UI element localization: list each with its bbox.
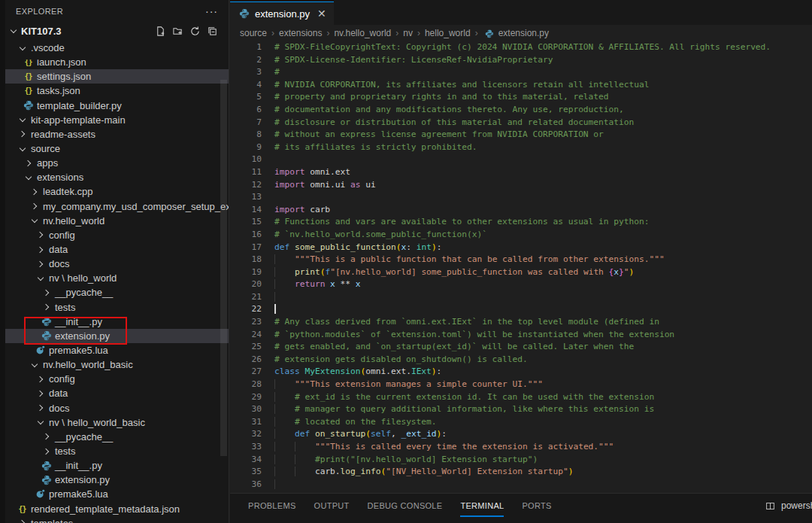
breadcrumb-item-source[interactable]: source [240, 28, 267, 38]
panel-tab-terminal[interactable]: TERMINAL [460, 494, 504, 518]
code-line-34[interactable]: 34 #print("[nv.hello_world] Extension st… [230, 454, 812, 467]
code-line-5[interactable]: 5# property and proprietary rights in an… [230, 91, 812, 104]
tree-item-readme-assets[interactable]: readme-assets [5, 127, 229, 141]
tree-item-tests[interactable]: tests [5, 300, 229, 315]
tree-item-data[interactable]: data [5, 386, 229, 400]
tree-item-apps[interactable]: apps [5, 156, 229, 170]
code-line-29[interactable]: 29 # ext_id is the current extension id.… [230, 391, 812, 404]
tree-item-templates[interactable]: templates [5, 516, 229, 523]
tree-item-nv-hello-world[interactable]: nv.hello_world [5, 214, 229, 228]
more-actions-icon[interactable]: ··· [205, 5, 218, 17]
code-line-17[interactable]: 17def some_public_function(x: int): [230, 242, 812, 254]
code-line-18[interactable]: 18 """This is a public function that can… [230, 254, 812, 266]
tree-item-config[interactable]: config [5, 228, 229, 242]
code-line-9[interactable]: 9# its affiliates is strictly prohibited… [230, 141, 812, 154]
code-line-28[interactable]: 28 """This extension manages a simple co… [230, 379, 812, 391]
python-file-icon [40, 330, 53, 342]
breadcrumb-separator: › [475, 28, 478, 38]
code-line-20[interactable]: 20 return x ** x [230, 278, 812, 291]
panel-tab-problems[interactable]: PROBLEMS [248, 494, 296, 518]
sidebar-scrollbar[interactable] [220, 80, 227, 456]
tree-item-pycache[interactable]: __pycache__ [5, 430, 229, 444]
code-line-3[interactable]: 3# [230, 66, 812, 79]
code-line-7[interactable]: 7# disclosure or distribution of this ma… [230, 117, 812, 129]
panel-tab-ports[interactable]: PORTS [522, 494, 551, 518]
code-line-content: carb.log_info("[NV_Hello_World] Extensio… [274, 466, 573, 479]
code-line-32[interactable]: 32 def on_startup(self, _ext_id): [230, 428, 812, 441]
code-line-30[interactable]: 30 # manager to query additional informa… [230, 403, 812, 416]
new-folder-icon[interactable] [171, 25, 183, 37]
tree-item-extension-py[interactable]: extension.py [5, 473, 229, 487]
tree-item-docs[interactable]: docs [5, 401, 229, 415]
tree-item-leadtek-cpp[interactable]: leadtek.cpp [5, 184, 229, 199]
tab-extension-py[interactable]: extension.py ✕ [230, 2, 334, 25]
code-line-19[interactable]: 19 print(f"[nv.hello_world] some_public_… [230, 266, 812, 279]
new-file-icon[interactable] [154, 25, 166, 37]
breadcrumb-item-extensions[interactable]: extensions [279, 28, 322, 38]
code-line-8[interactable]: 8# without an express license agreement … [230, 129, 812, 141]
close-icon[interactable]: ✕ [317, 8, 326, 19]
code-line-14[interactable]: 14import carb [230, 204, 812, 217]
tree-item-extension-py[interactable]: extension.py [5, 329, 229, 343]
tree-item-init-py[interactable]: __init__.py [5, 458, 229, 473]
tree-item-data[interactable]: data [5, 242, 229, 257]
breadcrumb-item-nv-hello-world[interactable]: nv.hello_world [334, 28, 391, 38]
code-line-1[interactable]: 1# SPDX-FileCopyrightText: Copyright (c)… [230, 41, 812, 54]
tree-item-kit-app-template-main[interactable]: kit-app-template-main [5, 113, 229, 127]
tree-item-premake5-lua[interactable]: premake5.lua [5, 343, 229, 357]
breadcrumb-item-hello-world[interactable]: hello_world [425, 28, 471, 38]
code-line-15[interactable]: 15# Functions and vars are available to … [230, 216, 812, 229]
panel-tab-debug-console[interactable]: DEBUG CONSOLE [368, 494, 443, 518]
breadcrumb-item-nv[interactable]: nv [403, 28, 413, 38]
tree-item-pycache[interactable]: __pycache__ [5, 285, 229, 300]
tree-item-my-company-my-usd-composer-setup-extension[interactable]: my_company.my_usd_composer_setup_extensi… [5, 199, 229, 214]
refresh-icon[interactable] [189, 25, 201, 37]
code-line-content: # gets enabled, and `on_startup(ext_id)`… [274, 341, 634, 354]
code-line-27[interactable]: 27class MyExtension(omni.ext.IExt): [230, 366, 812, 379]
code-line-26[interactable]: 26# extension gets disabled on_shutdown(… [230, 354, 812, 366]
code-line-11[interactable]: 11import omni.ext [230, 166, 812, 179]
tree-item-nv-hello-world[interactable]: nv \ hello_world [5, 271, 229, 285]
tree-item-tests[interactable]: tests [5, 444, 229, 458]
panel-right[interactable]: powershell [764, 494, 812, 518]
code-line-13[interactable]: 13 [230, 191, 812, 204]
code-line-10[interactable]: 10 [230, 154, 812, 166]
code-line-24[interactable]: 24# `python.modules` of `extension.toml`… [230, 329, 812, 342]
tree-item-tasks-json[interactable]: {}tasks.json [5, 84, 229, 98]
tree-item-init-py[interactable]: __init__.py [5, 315, 229, 329]
code-line-4[interactable]: 4# NVIDIA CORPORATION, its affiliates an… [230, 79, 812, 92]
code-line-35[interactable]: 35 carb.log_info("[NV_Hello_World] Exten… [230, 466, 812, 479]
line-number: 26 [230, 354, 265, 366]
panel-tab-output[interactable]: OUTPUT [314, 494, 350, 518]
tree-item-template-builder-py[interactable]: template_builder.py [5, 99, 229, 113]
tree-item-settings-json[interactable]: {}settings.json [5, 69, 229, 84]
tree-item-extensions[interactable]: extensions [5, 170, 229, 184]
code-line-25[interactable]: 25# gets enabled, and `on_startup(ext_id… [230, 341, 812, 354]
code-line-16[interactable]: 16# `nv.hello_world.some_public_function… [230, 229, 812, 242]
code-line-23[interactable]: 23# Any class derived from `omni.ext.IEx… [230, 316, 812, 329]
tree-item-docs[interactable]: docs [5, 257, 229, 271]
breadcrumb-item-extension-py[interactable]: extension.py [483, 27, 549, 40]
code-line-33[interactable]: 33 """This is called every time the exte… [230, 441, 812, 454]
tree-item-premake5-lua[interactable]: premake5.lua [5, 487, 229, 501]
tree-item-nv-hello-world-basic[interactable]: nv.hello_world_basic [5, 357, 229, 372]
code-line-2[interactable]: 2# SPDX-License-Identifier: LicenseRef-N… [230, 54, 812, 67]
code-area[interactable]: 1# SPDX-FileCopyrightText: Copyright (c)… [230, 41, 812, 493]
tree-item-vscode[interactable]: .vscode [5, 41, 229, 55]
tree-item-label: __init__.py [55, 316, 102, 327]
tree-item-config[interactable]: config [5, 372, 229, 386]
chevron-right-icon [28, 185, 41, 198]
workspace-root-row[interactable]: KIT107.3 [5, 23, 229, 39]
code-line-31[interactable]: 31 # located on the filesystem. [230, 416, 812, 429]
code-line-content: # `nv.hello_world.some_public_function(x… [274, 229, 487, 242]
code-line-12[interactable]: 12import omni.ui as ui [230, 179, 812, 192]
code-line-22[interactable]: 22 [230, 303, 812, 316]
tree-item-launch-json[interactable]: {}launch.json [5, 55, 229, 69]
code-line-36[interactable]: 36 [230, 479, 812, 491]
tree-item-nv-hello-world-basic[interactable]: nv \ hello_world_basic [5, 415, 229, 430]
collapse-all-icon[interactable] [206, 25, 218, 37]
code-line-21[interactable]: 21 [230, 291, 812, 304]
code-line-6[interactable]: 6# documentation and any modifications t… [230, 104, 812, 117]
tree-item-rendered-template-metadata-json[interactable]: {}rendered_template_metadata.json [5, 502, 229, 516]
tree-item-source[interactable]: source [5, 141, 229, 156]
